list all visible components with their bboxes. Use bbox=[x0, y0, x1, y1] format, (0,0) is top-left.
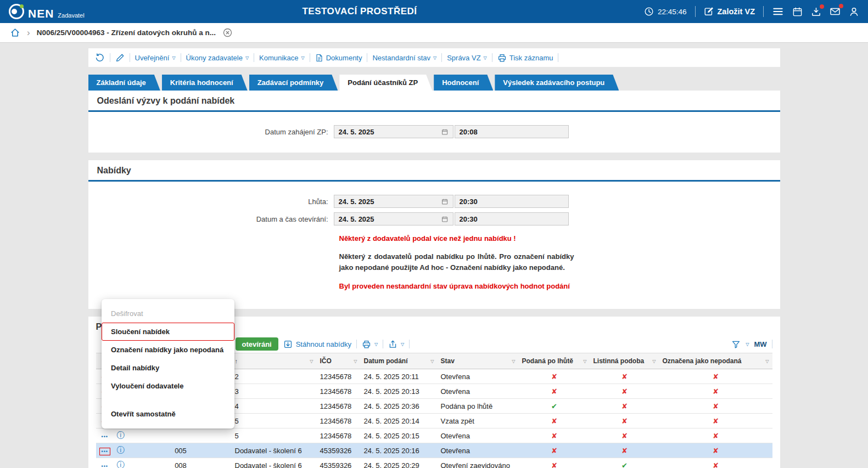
context-menu-item[interactable]: Dešifrovat bbox=[102, 305, 234, 323]
header-separator bbox=[695, 6, 696, 17]
print-table-button[interactable]: ▽ bbox=[362, 340, 378, 349]
column-filter-icon[interactable]: ▽ bbox=[310, 359, 313, 364]
messages-button[interactable] bbox=[830, 6, 841, 17]
download-offers-button[interactable]: Stáhnout nabídky bbox=[283, 340, 351, 349]
row-actions-button[interactable]: ••• bbox=[99, 433, 110, 441]
context-menu-item[interactable]: Otevřít samostatně bbox=[102, 405, 234, 423]
home-button[interactable] bbox=[10, 27, 20, 38]
tab[interactable]: Kritéria hodnocení bbox=[162, 75, 248, 91]
cell-stav: Otevřena bbox=[438, 384, 519, 399]
column-filter-icon[interactable]: ▽ bbox=[512, 359, 515, 364]
column-filter-icon[interactable]: ▽ bbox=[765, 359, 769, 364]
menu-uverejneni[interactable]: Uveřejnění▽ bbox=[135, 54, 176, 62]
tab-label: Výsledek zadávacího postupu bbox=[503, 78, 604, 87]
downloads-button[interactable] bbox=[811, 7, 821, 17]
export-table-button[interactable]: ▽ bbox=[388, 340, 404, 349]
info-icon[interactable]: ⓘ bbox=[117, 431, 125, 439]
history-button[interactable] bbox=[95, 53, 105, 63]
col-podana-po-lhute[interactable]: Podaná po lhůtě▽ bbox=[519, 353, 590, 369]
cell-ico: 12345678 bbox=[317, 384, 361, 399]
main-menu-button[interactable] bbox=[772, 5, 784, 18]
tab-label: Základní údaje bbox=[97, 78, 146, 87]
menu-tisk-zaznamu[interactable]: Tisk záznamu bbox=[497, 53, 553, 63]
col-datum-podani[interactable]: Datum podání▽ bbox=[361, 353, 438, 369]
calendar-icon[interactable] bbox=[441, 216, 448, 223]
info-icon[interactable]: ⓘ bbox=[117, 446, 125, 454]
deadline-date-input-box bbox=[334, 195, 453, 208]
brand: NEN Zadavatel bbox=[9, 4, 85, 19]
chevron-down-icon[interactable]: ▽ bbox=[746, 342, 749, 347]
table-row[interactable]: ••• ⓘ 005 Dodavatel - školení 6 45359326… bbox=[96, 443, 772, 458]
column-filter-icon[interactable]: ▽ bbox=[583, 359, 586, 364]
separator bbox=[492, 53, 492, 62]
cell-oznacena-jako-nepodana: ✘ bbox=[659, 458, 772, 468]
menu-dokumenty[interactable]: Dokumenty bbox=[315, 54, 362, 62]
filter-button[interactable] bbox=[731, 340, 741, 349]
deadline-time-input[interactable] bbox=[460, 198, 564, 206]
context-menu-item-label: Sloučení nabídek bbox=[111, 328, 170, 336]
chevron-down-icon: ▽ bbox=[172, 55, 175, 60]
tab[interactable]: Podání účastníků ZP bbox=[339, 75, 432, 91]
column-filter-icon[interactable]: ▽ bbox=[652, 359, 656, 364]
chevron-down-icon: ▽ bbox=[401, 342, 404, 347]
column-label: Označena jako nepodaná bbox=[663, 357, 742, 365]
cell-supplier-name: 3 bbox=[232, 384, 317, 399]
opening-time-input[interactable] bbox=[460, 215, 564, 223]
context-menu-item-label: Vyloučení dodavatele bbox=[111, 382, 183, 390]
view-preset-button[interactable]: MW bbox=[754, 340, 766, 348]
chevron-down-icon: ▽ bbox=[245, 55, 249, 60]
context-menu-item[interactable]: Vyloučení dodavatele bbox=[102, 377, 234, 395]
profile-button[interactable] bbox=[849, 7, 859, 17]
brand-role: Zadavatel bbox=[58, 12, 84, 19]
start-time-input[interactable] bbox=[460, 128, 564, 136]
deadline-date-input[interactable] bbox=[339, 198, 442, 206]
context-menu-item[interactable]: Sloučení nabídek bbox=[102, 323, 234, 341]
col-oznacena-jako-nepodana[interactable]: Označena jako nepodaná▽ bbox=[659, 353, 772, 369]
close-record-button[interactable] bbox=[222, 27, 233, 38]
col-name[interactable]: ↑▽ bbox=[232, 353, 317, 369]
create-vz-button[interactable]: Založit VZ bbox=[704, 7, 755, 16]
separator bbox=[110, 53, 110, 62]
calendar-icon[interactable] bbox=[441, 128, 448, 136]
col-stav[interactable]: Stav▽ bbox=[438, 353, 519, 369]
table-row[interactable]: ••• ⓘ 008 Dodavatel - školení 6 45359326… bbox=[96, 458, 772, 468]
row-actions-button[interactable]: ••• bbox=[99, 448, 110, 455]
edit-record-button[interactable] bbox=[115, 53, 125, 63]
calendar-button[interactable] bbox=[792, 7, 803, 17]
context-menu-item-label: Dešifrovat bbox=[111, 309, 143, 318]
cell-supplier-name: 5 bbox=[232, 428, 317, 443]
menu-nestandardni-stav[interactable]: Nestandardní stav▽ bbox=[372, 54, 436, 62]
separator bbox=[310, 53, 310, 62]
nen-logo-icon[interactable] bbox=[9, 4, 24, 19]
register-opening-button[interactable]: otevíráni bbox=[236, 337, 278, 351]
tab[interactable]: Hodnocení bbox=[434, 75, 493, 91]
tab[interactable]: Zadávací podmínky bbox=[249, 75, 338, 91]
menu-sprava-vz[interactable]: Správa VZ▽ bbox=[447, 54, 487, 62]
tab[interactable]: Základní údaje bbox=[88, 75, 160, 91]
calendar-icon[interactable] bbox=[441, 198, 448, 205]
cell-listinna-podoba: ✘ bbox=[590, 369, 659, 384]
menu-komunikace[interactable]: Komunikace▽ bbox=[259, 54, 305, 62]
column-filter-icon[interactable]: ▽ bbox=[354, 359, 357, 364]
col-ico[interactable]: IČO▽ bbox=[317, 353, 361, 369]
section-title: Odeslání výzvy k podání nabídek bbox=[88, 91, 780, 112]
start-date-input[interactable] bbox=[339, 128, 442, 136]
chevron-down-icon: ▽ bbox=[484, 55, 487, 60]
cell-oznacena-jako-nepodana: ✘ bbox=[659, 369, 772, 384]
context-menu-item[interactable]: Označení nabídky jako nepodaná bbox=[102, 341, 234, 359]
breadcrumb-record[interactable]: N006/25/V00004963 - Zřízení datových okr… bbox=[37, 29, 216, 37]
column-filter-icon[interactable]: ▽ bbox=[430, 359, 434, 364]
menu-ukony-zadavatele[interactable]: Úkony zadavatele▽ bbox=[186, 54, 249, 62]
download-box-icon bbox=[283, 340, 293, 349]
col-listinna-podoba[interactable]: Listinná podoba▽ bbox=[590, 353, 659, 369]
table-row[interactable]: ••• ⓘ 5 12345678 24. 5. 2025 20:15 Otevř… bbox=[96, 428, 772, 443]
context-menu-item[interactable]: Detail nabídky bbox=[102, 359, 234, 377]
info-icon[interactable]: ⓘ bbox=[117, 460, 125, 468]
tab[interactable]: Výsledek zadávacího postupu bbox=[495, 75, 619, 91]
field-label: Datum zahájení ZP: bbox=[88, 128, 334, 136]
warning-nonstandard-state: Byl proveden nestandardní stav úprava na… bbox=[339, 282, 574, 290]
printer-icon bbox=[362, 340, 371, 349]
opening-date-input[interactable] bbox=[339, 215, 442, 223]
row-actions-button[interactable]: ••• bbox=[99, 463, 110, 468]
warning-multiple-offers: Některý z dodavatelů podal více než jedn… bbox=[339, 234, 574, 243]
